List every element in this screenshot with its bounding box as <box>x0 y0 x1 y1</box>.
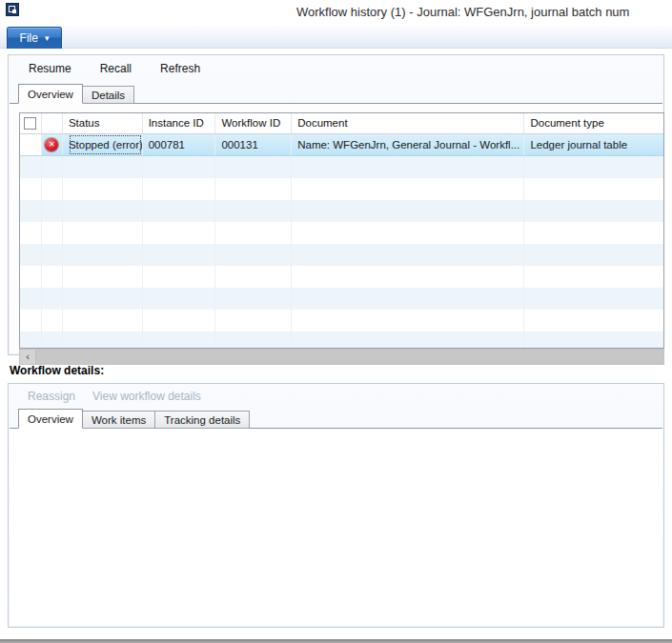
file-menu-label: File <box>20 31 38 45</box>
table-row-empty[interactable] <box>20 200 663 222</box>
grid-cell <box>524 310 663 332</box>
grid-cell <box>42 222 63 244</box>
workflow-history-panel: Resume Recall Refresh Overview Details S… <box>8 54 664 355</box>
resume-button[interactable]: Resume <box>29 62 71 75</box>
table-row-empty[interactable] <box>20 244 663 266</box>
grid-cell <box>292 178 524 200</box>
grid-cell <box>42 288 63 310</box>
column-header-document-type[interactable]: Document type <box>524 113 663 133</box>
history-tab-content: Status Instance ID Workflow ID Document … <box>10 103 662 353</box>
grid-cell <box>292 310 524 332</box>
grid-cell <box>215 266 292 288</box>
column-header-instance-id[interactable]: Instance ID <box>143 113 216 133</box>
table-row-empty[interactable] <box>20 310 663 332</box>
file-menu-button[interactable]: File ▾ <box>7 27 62 49</box>
grid-cell <box>63 332 143 349</box>
grid-cell <box>20 156 42 178</box>
refresh-button[interactable]: Refresh <box>160 62 200 75</box>
history-tabstrip: Overview Details <box>18 84 134 104</box>
scrollbar-thumb[interactable] <box>35 350 663 364</box>
row-checkbox-cell[interactable] <box>20 134 42 155</box>
grid-cell <box>215 288 292 310</box>
grid-cell <box>63 222 143 244</box>
table-row-empty[interactable] <box>20 178 663 200</box>
grid-cell <box>524 332 663 349</box>
grid-cell <box>63 200 143 222</box>
grid-cell <box>143 156 216 178</box>
horizontal-scrollbar[interactable]: ‹ <box>19 349 664 365</box>
grid-cell <box>215 310 292 332</box>
title-bar: Workflow history (1) - Journal: WFGenJrn… <box>0 0 672 25</box>
chevron-down-icon: ▾ <box>45 33 50 43</box>
recall-button[interactable]: Recall <box>100 62 132 75</box>
grid-cell <box>292 288 524 310</box>
grid-cell <box>292 332 524 349</box>
tab-tracking-details[interactable]: Tracking details <box>155 411 250 429</box>
row-status-icon-cell: ✕ <box>42 134 63 155</box>
grid-cell <box>20 244 42 266</box>
grid-cell <box>215 332 292 349</box>
grid-cell <box>524 200 663 222</box>
grid-cell <box>20 288 42 310</box>
tab-details-overview[interactable]: Overview <box>18 409 83 429</box>
grid-cell <box>143 200 216 222</box>
grid-cell <box>524 288 663 310</box>
grid-cell <box>20 332 42 349</box>
grid-cell <box>42 200 63 222</box>
grid-cell <box>524 244 663 266</box>
table-row-empty[interactable] <box>20 266 663 288</box>
window-title: Workflow history (1) - Journal: WFGenJrn… <box>296 5 629 19</box>
details-tabstrip: Overview Work items Tracking details <box>18 409 250 429</box>
grid-cell <box>292 222 524 244</box>
menu-bar: File ▾ <box>0 25 672 49</box>
details-toolbar: Reassign View workflow details <box>10 384 662 409</box>
grid-cell <box>63 244 143 266</box>
scroll-left-icon[interactable]: ‹ <box>20 350 35 364</box>
workflow-id-cell: 000131 <box>215 134 292 155</box>
document-cell: Name: WFGenJrn, General Journal - Workfl… <box>292 134 524 155</box>
column-header-document[interactable]: Document <box>292 113 524 133</box>
grid-cell <box>20 222 42 244</box>
grid-cell <box>42 178 63 200</box>
grid-cell <box>42 310 63 332</box>
select-all-cell <box>20 113 42 133</box>
grid-cell <box>143 288 216 310</box>
grid-cell <box>20 200 42 222</box>
grid-cell <box>20 178 42 200</box>
tab-overview[interactable]: Overview <box>18 84 83 104</box>
select-all-checkbox[interactable] <box>24 117 36 130</box>
reassign-button[interactable]: Reassign <box>28 390 75 403</box>
status-cell: Stopped (error) <box>69 134 142 155</box>
grid-cell <box>524 178 663 200</box>
grid-cell <box>63 266 143 288</box>
column-header-status[interactable]: Status <box>63 113 143 133</box>
status-icon-column-header[interactable] <box>42 113 63 133</box>
table-row-empty[interactable] <box>20 222 663 244</box>
tab-details[interactable]: Details <box>83 86 134 104</box>
grid-cell <box>215 200 292 222</box>
dynamics-ax-icon <box>6 3 19 16</box>
table-row-selected[interactable]: ✕ Stopped (error) 000781 000131 Name: WF… <box>20 134 663 156</box>
grid-cell <box>63 288 143 310</box>
grid-cell <box>63 178 143 200</box>
table-row-empty[interactable] <box>20 288 663 310</box>
grid-cell <box>63 310 143 332</box>
grid-cell <box>42 244 63 266</box>
workflow-details-label: Workflow details: <box>10 364 104 377</box>
column-header-workflow-id[interactable]: Workflow ID <box>215 113 292 133</box>
table-row-empty[interactable] <box>20 156 663 178</box>
view-workflow-details-button[interactable]: View workflow details <box>92 390 201 403</box>
error-icon: ✕ <box>45 138 58 151</box>
grid-cell <box>143 310 216 332</box>
tab-work-items[interactable]: Work items <box>83 411 155 429</box>
grid-cell <box>42 332 63 349</box>
table-row-empty[interactable] <box>20 332 663 349</box>
workflow-history-grid: Status Instance ID Workflow ID Document … <box>19 112 664 349</box>
grid-cell <box>524 266 663 288</box>
grid-cell <box>292 266 524 288</box>
grid-cell <box>143 332 216 349</box>
grid-cell <box>215 156 292 178</box>
grid-header-row: Status Instance ID Workflow ID Document … <box>20 113 663 134</box>
window-border-bottom <box>0 639 672 643</box>
grid-cell <box>215 244 292 266</box>
